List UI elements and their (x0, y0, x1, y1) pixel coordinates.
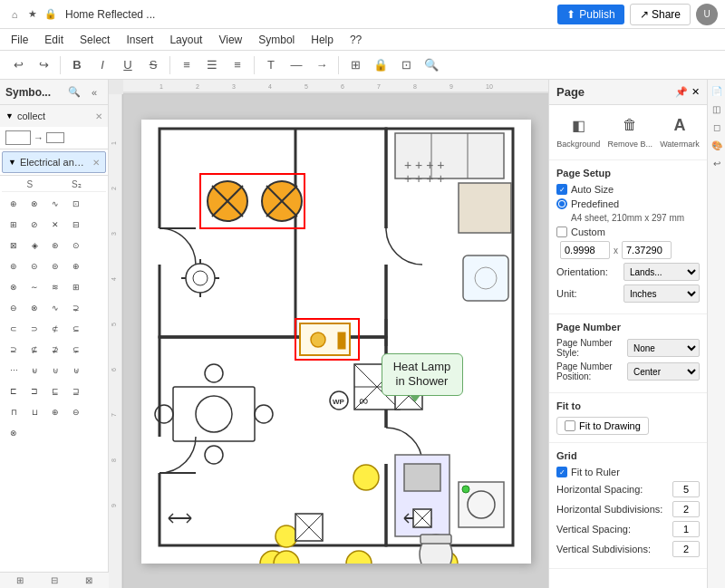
menu-select[interactable]: Select (72, 32, 117, 48)
sym-cell-35[interactable]: ⊍ (45, 361, 65, 381)
close-panel-icon[interactable]: ✕ (691, 86, 700, 98)
shape-rect-2[interactable] (46, 132, 64, 143)
height-input[interactable] (622, 241, 672, 259)
canvas-content[interactable]: + + + + + + + + (123, 94, 548, 588)
sym-cell-32[interactable]: ⊊ (66, 340, 86, 360)
line-style-button[interactable]: — (285, 54, 307, 76)
sym-cell-43[interactable]: ⊕ (45, 402, 65, 422)
sym-cell-12[interactable]: ⊙ (66, 236, 86, 255)
sym-cell-6[interactable]: ⊘ (24, 215, 44, 235)
share-button[interactable]: ↗ Share (630, 4, 691, 25)
sym-cell-1[interactable]: ⊕ (4, 194, 24, 214)
lock-button[interactable]: 🔒 (370, 54, 392, 76)
sym-cell-24[interactable]: ⊋ (66, 298, 86, 318)
bold-button[interactable]: B (66, 54, 88, 76)
strip-style-icon[interactable]: 🎨 (710, 138, 724, 152)
menu-symbol[interactable]: Symbol (251, 32, 302, 48)
sym-cell-26[interactable]: ⊃ (24, 319, 44, 339)
menu-layout[interactable]: Layout (162, 32, 209, 48)
menu-file[interactable]: File (4, 32, 35, 48)
sym-cell-16[interactable]: ⊕ (66, 256, 86, 276)
sym-cell-25[interactable]: ⊂ (4, 319, 24, 339)
redo-button[interactable]: ↪ (33, 54, 54, 76)
text-format-button[interactable]: T (260, 54, 282, 76)
unit-select[interactable]: Inches (624, 284, 700, 303)
sym-cell-45[interactable]: ⊗ (4, 423, 24, 443)
sym-cell-38[interactable]: ⊐ (24, 381, 44, 401)
remove-bg-action[interactable]: 🗑 Remove B... (607, 112, 652, 149)
align-center-button[interactable]: ☰ (201, 54, 223, 76)
background-action[interactable]: ◧ Background (556, 112, 600, 149)
group-button[interactable]: ⊡ (395, 54, 417, 76)
strip-shape-icon[interactable]: ◻ (710, 120, 724, 134)
connection-button[interactable]: ⊞ (344, 54, 366, 76)
sym-cell-15[interactable]: ⊜ (45, 256, 65, 276)
electrical-close[interactable]: ✕ (92, 158, 100, 168)
sym-cell-37[interactable]: ⊏ (4, 381, 24, 401)
sym-cell-33[interactable]: ⋯ (4, 361, 24, 381)
h-spacing-input[interactable] (672, 481, 700, 497)
h-subdivisions-input[interactable] (672, 501, 700, 517)
sym-cell-36[interactable]: ⊎ (66, 361, 86, 381)
watermark-action[interactable]: A Watermark (660, 112, 700, 149)
align-right-button[interactable]: ≡ (227, 54, 248, 76)
canvas-area[interactable]: 1 2 3 4 5 6 7 8 9 10 1 2 3 4 5 6 7 (109, 80, 548, 588)
page-number-style-select[interactable]: None (627, 339, 700, 357)
menu-insert[interactable]: Insert (119, 32, 160, 48)
sym-cell-21[interactable]: ⊖ (4, 298, 24, 318)
sym-cell-30[interactable]: ⊈ (24, 340, 44, 360)
publish-button[interactable]: ⬆ Publish (557, 5, 624, 24)
sym-cell-8[interactable]: ⊟ (66, 215, 86, 235)
italic-button[interactable]: I (92, 54, 113, 76)
collect-header[interactable]: ▼ collect ✕ (0, 105, 108, 127)
sym-cell-9[interactable]: ⊠ (4, 236, 24, 255)
collect-close[interactable]: ✕ (95, 111, 102, 121)
sym-cell-20[interactable]: ⊞ (66, 277, 86, 297)
strip-page-icon[interactable]: 📄 (710, 83, 724, 98)
arrow-style-button[interactable]: → (311, 54, 333, 76)
fit-to-drawing-button[interactable]: Fit to Drawing (556, 417, 649, 435)
sym-cell-10[interactable]: ◈ (24, 236, 44, 255)
sym-cell-2[interactable]: ⊗ (24, 194, 44, 214)
align-left-button[interactable]: ≡ (176, 54, 198, 76)
sym-cell-3[interactable]: ∿ (45, 194, 65, 214)
sym-cell-27[interactable]: ⊄ (45, 319, 65, 339)
sym-cell-31[interactable]: ⊉ (45, 340, 65, 360)
menu-help[interactable]: Help (304, 32, 341, 48)
strip-layers-icon[interactable]: ◫ (710, 101, 724, 116)
bottom-icon-2[interactable]: ⊟ (51, 575, 58, 585)
sym-cell-23[interactable]: ∿ (45, 298, 65, 318)
sym-cell-17[interactable]: ⊗ (4, 277, 24, 297)
sym-cell-34[interactable]: ⊌ (24, 361, 44, 381)
sym-cell-22[interactable]: ⊗ (24, 298, 44, 318)
orientation-select[interactable]: Lands... (624, 263, 700, 281)
fit-to-drawing-checkbox[interactable] (565, 420, 575, 431)
electrical-header[interactable]: ▼ Electrical and Te... ✕ (2, 151, 106, 173)
sym-cell-14[interactable]: ⊝ (24, 256, 44, 276)
predefined-radio[interactable] (556, 198, 567, 209)
sym-cell-40[interactable]: ⊒ (66, 381, 86, 401)
home-icon[interactable]: ⌂ (7, 7, 22, 22)
menu-view[interactable]: View (211, 32, 249, 48)
search-button[interactable]: 🔍 (420, 54, 442, 76)
menu-extra[interactable]: ?? (343, 32, 369, 48)
sym-cell-18[interactable]: ∼ (24, 277, 44, 297)
pin-icon[interactable]: 📌 (675, 86, 688, 98)
sym-cell-29[interactable]: ⊇ (4, 340, 24, 360)
strip-history-icon[interactable]: ↩ (710, 156, 724, 170)
undo-button[interactable]: ↩ (7, 54, 29, 76)
sym-cell-7[interactable]: ✕ (45, 215, 65, 235)
sym-cell-28[interactable]: ⊆ (66, 319, 86, 339)
menu-edit[interactable]: Edit (37, 32, 71, 48)
bottom-icon-3[interactable]: ⊠ (85, 575, 92, 585)
shape-rect-1[interactable] (5, 130, 31, 145)
width-input[interactable] (560, 241, 610, 259)
v-subdivisions-input[interactable] (672, 541, 700, 557)
star-icon[interactable]: ★ (25, 7, 40, 22)
custom-radio[interactable] (556, 227, 567, 237)
underline-button[interactable]: U (117, 54, 139, 76)
page-number-position-select[interactable]: Center (627, 362, 700, 381)
sym-cell-5[interactable]: ⊞ (4, 215, 24, 235)
bottom-icon-1[interactable]: ⊞ (16, 575, 24, 585)
collapse-panel-icon[interactable]: « (86, 84, 102, 101)
